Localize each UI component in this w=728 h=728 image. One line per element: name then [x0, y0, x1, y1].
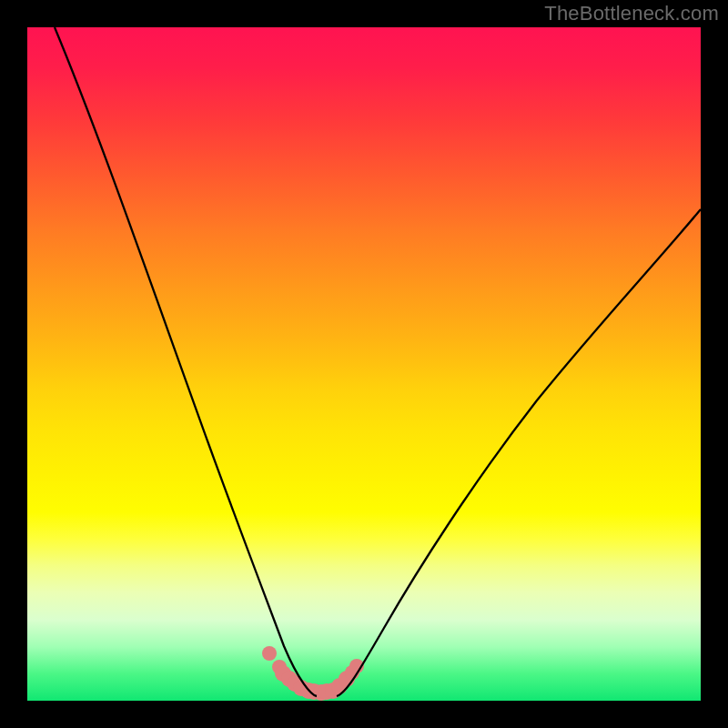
- watermark-text: TheBottleneck.com: [544, 2, 719, 25]
- right-branch-curve: [337, 209, 701, 696]
- bottom-marker-band: [262, 646, 364, 701]
- svg-point-0: [262, 646, 277, 661]
- plot-area: [27, 27, 701, 701]
- curve-layer: [27, 27, 701, 701]
- chart-frame: TheBottleneck.com: [0, 0, 728, 728]
- left-branch-curve: [55, 27, 317, 696]
